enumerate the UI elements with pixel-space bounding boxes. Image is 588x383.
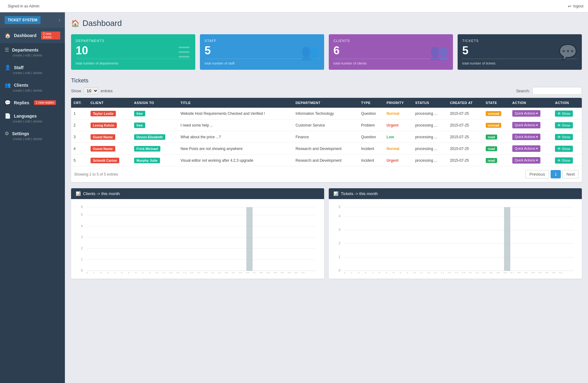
page-1-button[interactable]: 1 xyxy=(551,170,561,178)
assign-person-badge: Devon Elizabeth xyxy=(134,134,165,140)
priority-value: Urgent xyxy=(387,123,399,127)
cell-action2: 👁 Show xyxy=(552,108,582,119)
svg-text:6: 6 xyxy=(81,205,83,209)
svg-text:12: 12 xyxy=(169,272,173,273)
sidebar-item-replies[interactable]: 💬 Replies 1 new replies xyxy=(0,96,65,109)
svg-text:17: 17 xyxy=(462,272,465,273)
cell-status: processing ... xyxy=(413,131,447,143)
top-bar: Signed in as Admin ↩ logout xyxy=(0,0,588,12)
page-title-icon: 🏠 xyxy=(71,19,79,27)
cell-client: Guest Name xyxy=(88,131,132,143)
cell-action1: Quick Actions ▾ xyxy=(510,155,553,166)
cell-action1: Quick Actions ▾ xyxy=(510,131,553,143)
tickets-table: CRT. CLIENT ASSIGN TO TITLE DEPARTMENT T… xyxy=(71,98,582,166)
entries-label: entries xyxy=(101,89,113,93)
stat-staff-icon: 👥 xyxy=(301,44,319,61)
sidebar-item-staff-label: Staff xyxy=(14,65,23,70)
sidebar-item-dashboard[interactable]: 🏠 Dashboard 2 new tickets xyxy=(0,28,65,43)
sidebar-item-languages[interactable]: 📄 Languages create | edit | delete xyxy=(0,109,65,127)
charts-row: 📊 Clients -> this month 0 1 2 3 4 5 6 xyxy=(71,188,582,279)
cell-client: Taylor Leslie xyxy=(88,108,132,119)
search-box: Search: xyxy=(516,87,582,95)
svg-text:6: 6 xyxy=(128,272,130,273)
page-title-text: Dashboard xyxy=(82,19,122,28)
cell-assign: Frick Michael xyxy=(132,143,178,155)
quick-actions-button[interactable]: Quick Actions ▾ xyxy=(512,122,541,128)
entries-select[interactable]: 10 25 50 xyxy=(84,87,98,94)
sidebar-logo: TICKET SYSTEM xyxy=(5,16,40,24)
cell-title: Website Host Requirements Checked and Ve… xyxy=(178,108,293,119)
svg-text:10: 10 xyxy=(155,272,159,273)
svg-text:14: 14 xyxy=(441,272,444,273)
tickets-chart-title: Tickets -> this month xyxy=(341,191,378,196)
col-created: CREATED AT xyxy=(447,98,483,108)
svg-text:10: 10 xyxy=(413,272,417,273)
quick-actions-button[interactable]: Quick Actions ▾ xyxy=(512,134,541,140)
pagination-buttons: Previous 1 Next xyxy=(525,170,579,178)
assign-free-badge: free xyxy=(134,123,145,128)
sidebar-collapse-button[interactable]: ‹ xyxy=(59,17,60,23)
quick-actions-button[interactable]: Quick Actions ▾ xyxy=(512,145,541,152)
sidebar-item-settings[interactable]: ⚙ Settings create | edit | delete xyxy=(0,127,65,144)
show-button[interactable]: 👁 Show xyxy=(555,110,573,117)
quick-actions-button[interactable]: Quick Actions ▾ xyxy=(512,157,541,164)
cell-action2: 👁 Show xyxy=(552,119,582,131)
svg-text:5: 5 xyxy=(121,272,123,273)
tickets-chart-header: 📊 Tickets -> this month xyxy=(329,188,582,199)
col-title: TITLE xyxy=(178,98,293,108)
show-button[interactable]: 👁 Show xyxy=(555,146,573,152)
cell-assign: Murphy Julie xyxy=(132,155,178,166)
search-input[interactable] xyxy=(532,87,582,95)
quick-actions-button[interactable]: Quick Actions ▾ xyxy=(512,110,541,117)
cell-client: Guest Name xyxy=(88,143,132,155)
cell-status: processing ... xyxy=(413,143,447,155)
show-button[interactable]: 👁 Show xyxy=(555,122,573,128)
stat-tickets-label: TICKETS xyxy=(462,39,577,43)
stat-card-departments: DEPARTMENTS 10 total number of departmen… xyxy=(71,34,195,70)
cell-type: Question xyxy=(359,108,384,119)
sidebar-item-replies-label: Replies xyxy=(14,100,29,105)
priority-value: Normal xyxy=(387,111,399,116)
priority-value: Urgent xyxy=(387,158,399,163)
col-action1: ACTION xyxy=(510,98,553,108)
svg-text:27: 27 xyxy=(273,272,277,273)
sidebar-item-departments-header: ☰ Departments xyxy=(5,47,60,53)
svg-text:2: 2 xyxy=(339,242,341,245)
svg-text:21: 21 xyxy=(232,272,235,273)
cell-created: 2015-07-25 xyxy=(447,131,483,143)
cell-status: processing ... xyxy=(413,155,447,166)
svg-text:12: 12 xyxy=(427,272,430,273)
svg-text:1: 1 xyxy=(81,258,83,261)
tickets-chart-card: 📊 Tickets -> this month 0 1 2 3 4 5 xyxy=(329,188,582,279)
show-button[interactable]: 👁 Show xyxy=(555,134,573,140)
svg-text:3: 3 xyxy=(107,272,109,273)
next-button[interactable]: Next xyxy=(562,170,579,178)
sidebar-item-staff[interactable]: 👤 Staff create | edit | delete xyxy=(0,61,65,78)
sidebar-settings-sub: create | edit | delete xyxy=(13,137,60,141)
sidebar-item-staff-header: 👤 Staff xyxy=(5,65,60,70)
stat-staff-label: STAFF xyxy=(205,39,319,43)
cell-priority: Normal xyxy=(384,143,413,155)
cell-created: 2015-07-25 xyxy=(447,119,483,131)
svg-text:8: 8 xyxy=(142,272,144,273)
logout-button[interactable]: ↩ logout xyxy=(568,4,583,9)
cell-priority: Urgent xyxy=(384,119,413,131)
prev-button[interactable]: Previous xyxy=(525,170,549,178)
settings-icon: ⚙ xyxy=(5,131,9,136)
tickets-table-wrapper: CRT. CLIENT ASSIGN TO TITLE DEPARTMENT T… xyxy=(71,98,582,182)
svg-text:26: 26 xyxy=(524,272,528,273)
svg-rect-14 xyxy=(246,207,252,271)
clients-chart-title: Clients -> this month xyxy=(83,191,120,196)
svg-text:31: 31 xyxy=(559,272,563,273)
svg-text:16: 16 xyxy=(197,272,201,273)
client-badge: Schmitt Carine xyxy=(91,158,120,163)
sidebar-item-clients[interactable]: 👥 Clients create | edit | delete xyxy=(0,78,65,96)
clients-chart-body: 0 1 2 3 4 5 6 xyxy=(71,199,324,279)
cell-action2: 👁 Show xyxy=(552,143,582,155)
signed-in-text: Signed in as Admin xyxy=(8,4,40,8)
show-button[interactable]: 👁 Show xyxy=(555,157,573,164)
svg-text:11: 11 xyxy=(162,272,166,273)
svg-text:0: 0 xyxy=(344,272,346,273)
sidebar-item-departments[interactable]: ☰ Departments create | edit | delete xyxy=(0,43,65,61)
svg-text:17: 17 xyxy=(204,272,208,273)
